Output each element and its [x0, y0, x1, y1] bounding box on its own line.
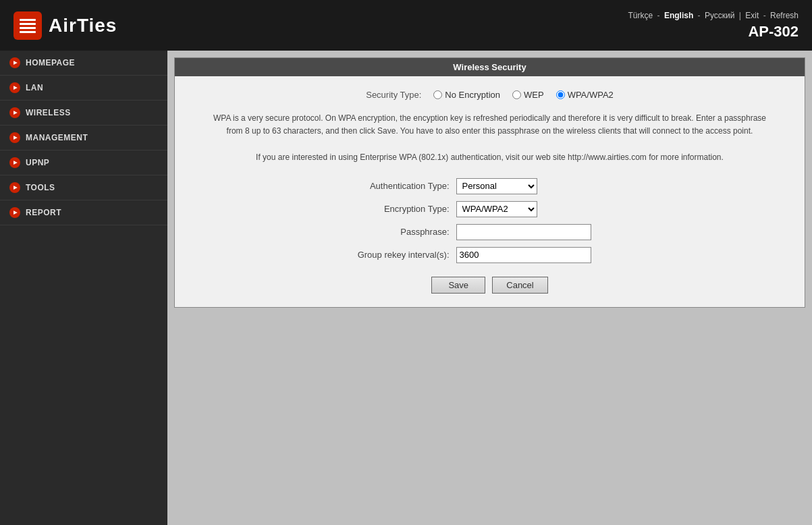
group-rekey-label: Group rekey interval(s):: [321, 250, 450, 260]
sidebar-item-management[interactable]: MANAGEMENT: [0, 126, 167, 150]
enc-type-row: Encryption Type: WPA/WPA2 WPA WPA2: [321, 201, 659, 217]
language-bar: Türkçe - English - Русский | Exit - Refr…: [628, 11, 799, 20]
radio-wpa-input[interactable]: [556, 90, 565, 99]
logo-text: AirTies: [49, 15, 117, 36]
passphrase-label: Passphrase:: [321, 227, 450, 237]
main-layout: HOMEPAGE LAN WIRELESS MANAGEMENT UPNP TO…: [0, 51, 812, 525]
wireless-security-panel: Wireless Security Security Type: No Encr…: [174, 57, 805, 308]
svg-rect-0: [20, 19, 36, 21]
device-name: AP-302: [628, 23, 799, 40]
enc-type-label: Encryption Type:: [321, 204, 450, 214]
auth-type-label: Authentication Type:: [321, 181, 450, 191]
auth-type-row: Authentication Type: Personal Enterprise: [321, 178, 659, 194]
header-right: Türkçe - English - Русский | Exit - Refr…: [628, 11, 799, 40]
lan-arrow-icon: [9, 82, 20, 93]
upnp-arrow-icon: [9, 157, 20, 168]
description-2: If you are interested in using Enterpris…: [195, 151, 784, 164]
sidebar: HOMEPAGE LAN WIRELESS MANAGEMENT UPNP TO…: [0, 51, 167, 525]
header: AirTies Türkçe - English - Русский | Exi…: [0, 0, 812, 51]
lang-english[interactable]: English: [664, 11, 693, 20]
group-rekey-row: Group rekey interval(s):: [321, 247, 659, 263]
enc-type-select[interactable]: WPA/WPA2 WPA WPA2: [456, 201, 537, 217]
sidebar-label-upnp: UPNP: [26, 158, 49, 167]
logo-icon: [13, 11, 42, 40]
sidebar-label-lan: LAN: [26, 83, 43, 92]
radio-no-encryption-label: No Encryption: [445, 90, 500, 100]
radio-wpa: WPA/WPA2: [556, 90, 614, 100]
sidebar-label-management: MANAGEMENT: [26, 133, 88, 142]
exit-link[interactable]: Exit: [745, 11, 759, 20]
panel-header: Wireless Security: [175, 58, 805, 76]
lang-dash2: -: [698, 11, 701, 20]
content-area: Wireless Security Security Type: No Encr…: [167, 51, 812, 525]
cancel-button[interactable]: Cancel: [492, 277, 547, 294]
radio-wep-label: WEP: [524, 90, 544, 100]
wireless-arrow-icon: [9, 107, 20, 118]
panel-body: Security Type: No Encryption WEP WPA/WPA…: [175, 76, 805, 307]
lang-turkish[interactable]: Türkçe: [628, 11, 653, 20]
tools-arrow-icon: [9, 182, 20, 193]
sidebar-item-wireless[interactable]: WIRELESS: [0, 101, 167, 126]
save-button[interactable]: Save: [431, 277, 485, 294]
lang-dash3: -: [763, 11, 766, 20]
lang-separator: |: [739, 11, 743, 20]
radio-no-encryption: No Encryption: [433, 90, 500, 100]
svg-rect-1: [20, 23, 36, 25]
security-type-label: Security Type:: [366, 90, 421, 100]
lang-russian[interactable]: Русский: [705, 11, 735, 20]
group-rekey-input[interactable]: [456, 247, 591, 263]
management-arrow-icon: [9, 132, 20, 143]
lang-dash1: -: [657, 11, 660, 20]
sidebar-label-wireless: WIRELESS: [26, 108, 71, 117]
description-1: WPA is a very secure protocol. On WPA en…: [195, 112, 784, 138]
radio-wep-input[interactable]: [512, 90, 521, 99]
button-row: Save Cancel: [195, 277, 784, 294]
sidebar-item-lan[interactable]: LAN: [0, 76, 167, 101]
radio-wpa-label: WPA/WPA2: [568, 90, 614, 100]
radio-no-encryption-input[interactable]: [433, 90, 442, 99]
sidebar-item-upnp[interactable]: UPNP: [0, 150, 167, 175]
report-arrow-icon: [9, 207, 20, 218]
svg-rect-2: [20, 27, 36, 29]
passphrase-row: Passphrase:: [321, 224, 659, 240]
auth-type-select[interactable]: Personal Enterprise: [456, 178, 537, 194]
sidebar-item-homepage[interactable]: HOMEPAGE: [0, 51, 167, 76]
passphrase-input[interactable]: [456, 224, 591, 240]
radio-wep: WEP: [512, 90, 544, 100]
form-section: Authentication Type: Personal Enterprise…: [195, 178, 784, 263]
refresh-link[interactable]: Refresh: [770, 11, 799, 20]
svg-rect-3: [20, 31, 36, 33]
security-type-row: Security Type: No Encryption WEP WPA/WPA…: [195, 90, 784, 100]
homepage-arrow-icon: [9, 57, 20, 68]
sidebar-item-report[interactable]: REPORT: [0, 200, 167, 225]
panel-title: Wireless Security: [453, 62, 526, 72]
sidebar-label-homepage: HOMEPAGE: [26, 58, 75, 67]
logo-area: AirTies: [13, 11, 117, 40]
sidebar-item-tools[interactable]: TOOLS: [0, 175, 167, 200]
sidebar-label-report: REPORT: [26, 208, 61, 217]
sidebar-label-tools: TOOLS: [26, 183, 55, 192]
